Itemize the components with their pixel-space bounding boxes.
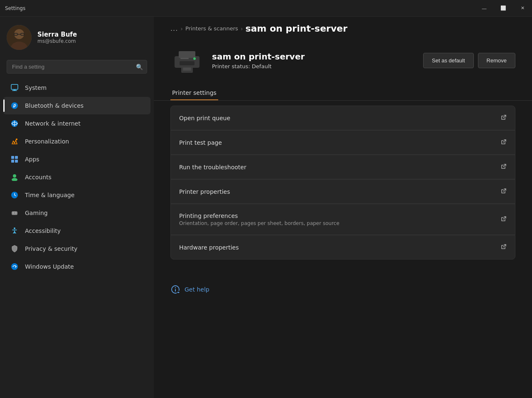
sidebar-item-update[interactable]: Windows Update xyxy=(3,258,150,275)
update-icon xyxy=(10,262,19,271)
sidebar-item-apps[interactable]: Apps xyxy=(3,151,150,168)
svg-point-22 xyxy=(15,213,17,214)
settings-item[interactable]: Print test page xyxy=(170,130,515,155)
personalization-icon xyxy=(10,137,19,146)
sidebar-item-privacy[interactable]: Privacy & security xyxy=(3,240,150,257)
set-default-button[interactable]: Set as default xyxy=(423,53,474,68)
sidebar-item-label: Gaming xyxy=(25,210,48,216)
get-help-label: Get help xyxy=(185,286,209,293)
privacy-icon xyxy=(10,244,19,253)
app-container: Sierra Bufe ms@sbufe.com 🔍 System Blueto… xyxy=(0,17,532,398)
search-input[interactable] xyxy=(7,60,147,74)
settings-item[interactable]: Hardware properties xyxy=(170,235,515,260)
sidebar-item-label: System xyxy=(25,84,47,91)
svg-point-31 xyxy=(193,57,196,60)
svg-rect-29 xyxy=(183,68,191,69)
settings-item-title: Open print queue xyxy=(179,115,230,121)
settings-item-content: Printer properties xyxy=(179,188,230,195)
settings-item-title: Printing preferences xyxy=(179,213,340,219)
sidebar-item-label: Apps xyxy=(25,156,39,163)
external-link-icon xyxy=(501,188,507,195)
svg-rect-6 xyxy=(11,84,18,89)
help-icon xyxy=(170,284,180,294)
settings-item-content: Open print queue xyxy=(179,115,230,121)
titlebar-controls: — ⬜ ✕ xyxy=(475,0,532,16)
printer-actions: Set as default Remove xyxy=(423,53,515,68)
sidebar-item-time[interactable]: Time & language xyxy=(3,186,150,204)
titlebar: Settings — ⬜ ✕ xyxy=(0,0,532,17)
settings-item-content: Run the troubleshooter xyxy=(179,164,246,171)
settings-list: Open print queue Print test page Run the… xyxy=(154,102,532,276)
sidebar: Sierra Bufe ms@sbufe.com 🔍 System Blueto… xyxy=(0,17,154,398)
settings-item-content: Hardware properties xyxy=(179,244,239,251)
bluetooth-icon xyxy=(10,101,19,110)
external-link-icon xyxy=(501,163,507,171)
status-value: Default xyxy=(252,63,272,69)
minimize-button[interactable]: — xyxy=(475,0,494,16)
external-link-icon xyxy=(501,244,507,251)
nav-list: System Bluetooth & devices Network & int… xyxy=(0,79,154,276)
user-email: ms@sbufe.com xyxy=(37,38,77,44)
sidebar-item-bluetooth[interactable]: Bluetooth & devices xyxy=(3,97,150,114)
svg-rect-8 xyxy=(12,90,17,91)
accessibility-icon xyxy=(10,226,19,235)
svg-point-34 xyxy=(175,287,176,288)
sidebar-item-label: Time & language xyxy=(25,192,74,198)
sidebar-item-system[interactable]: System xyxy=(3,79,150,96)
sidebar-item-gaming[interactable]: Gaming xyxy=(3,204,150,222)
sidebar-item-network[interactable]: Network & internet xyxy=(3,115,150,132)
content-area: ... › Printers & scanners › sam on print… xyxy=(154,17,532,398)
user-profile[interactable]: Sierra Bufe ms@sbufe.com xyxy=(0,17,154,58)
settings-item[interactable]: Printing preferences Orientation, page o… xyxy=(170,204,515,235)
settings-item[interactable]: Printer properties xyxy=(170,179,515,204)
settings-item-title: Print test page xyxy=(179,139,222,146)
svg-rect-16 xyxy=(15,160,18,163)
sidebar-item-label: Privacy & security xyxy=(25,245,77,252)
status-label: Printer status: xyxy=(212,63,252,69)
settings-item-title: Run the troubleshooter xyxy=(179,164,246,171)
svg-rect-26 xyxy=(179,51,195,58)
get-help-link[interactable]: Get help xyxy=(154,276,532,303)
gaming-icon xyxy=(10,208,19,218)
settings-item-title: Hardware properties xyxy=(179,244,239,251)
user-name: Sierra Bufe xyxy=(37,31,77,38)
titlebar-title: Settings xyxy=(5,5,25,11)
breadcrumb-parent[interactable]: Printers & scanners xyxy=(185,25,238,32)
sidebar-item-accounts[interactable]: Accounts xyxy=(3,168,150,186)
printer-header: sam on print-server Printer status: Defa… xyxy=(154,34,532,85)
printer-info: sam on print-server Printer status: Defa… xyxy=(212,52,415,69)
close-button[interactable]: ✕ xyxy=(513,0,532,16)
printer-status: Printer status: Default xyxy=(212,63,415,69)
sidebar-item-label: Bluetooth & devices xyxy=(25,102,84,109)
sidebar-item-label: Windows Update xyxy=(25,263,74,270)
breadcrumb-sep-1: › xyxy=(180,25,183,32)
svg-rect-20 xyxy=(12,211,17,215)
remove-button[interactable]: Remove xyxy=(478,53,515,68)
system-icon xyxy=(10,83,19,92)
sidebar-item-personalization[interactable]: Personalization xyxy=(3,133,150,150)
tabs-area: Printer settings xyxy=(154,85,532,101)
sidebar-item-accessibility[interactable]: Accessibility xyxy=(3,222,150,240)
sidebar-item-label: Accessibility xyxy=(25,227,61,234)
printer-icon xyxy=(170,44,204,77)
svg-rect-14 xyxy=(15,156,18,159)
breadcrumb-dots[interactable]: ... xyxy=(170,25,178,32)
settings-item-content: Print test page xyxy=(179,139,222,146)
breadcrumb-current: sam on print-server xyxy=(245,23,347,34)
svg-rect-32 xyxy=(180,58,189,59)
svg-point-17 xyxy=(13,174,16,178)
time-icon xyxy=(10,190,19,200)
printer-name: sam on print-server xyxy=(212,52,415,62)
settings-item[interactable]: Open print queue xyxy=(170,106,515,130)
avatar xyxy=(7,25,32,50)
maximize-button[interactable]: ⬜ xyxy=(494,0,513,16)
settings-item[interactable]: Run the troubleshooter xyxy=(170,155,515,179)
apps-icon xyxy=(10,155,19,164)
settings-item-content: Printing preferences Orientation, page o… xyxy=(179,213,340,226)
svg-point-23 xyxy=(14,227,15,229)
svg-point-24 xyxy=(11,263,18,270)
external-link-icon xyxy=(501,114,507,121)
external-link-icon xyxy=(501,216,507,223)
accounts-icon xyxy=(10,173,19,182)
tab-printer-settings[interactable]: Printer settings xyxy=(170,85,218,100)
